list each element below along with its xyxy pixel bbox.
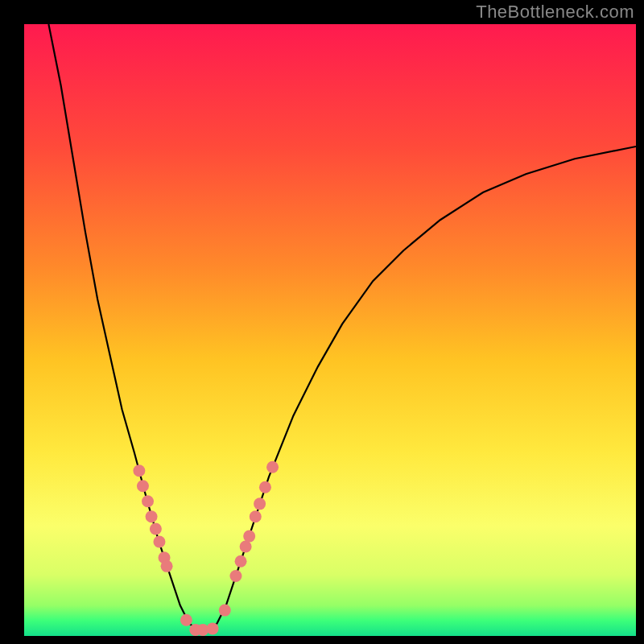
chart-stage: TheBottleneck.com	[0, 0, 644, 644]
dot-marker	[240, 541, 252, 553]
dot-marker	[161, 560, 173, 572]
chart-svg	[0, 0, 644, 644]
dot-marker	[243, 530, 255, 543]
dot-marker	[180, 614, 192, 626]
dot-marker	[146, 510, 158, 522]
dot-marker	[137, 480, 149, 492]
dot-marker	[207, 622, 219, 634]
dot-marker	[142, 495, 154, 507]
dot-marker	[133, 464, 145, 477]
dot-marker	[153, 535, 165, 547]
dot-marker	[254, 497, 266, 510]
dot-marker	[229, 570, 242, 582]
dot-marker	[266, 461, 279, 473]
dot-marker	[250, 510, 262, 522]
dot-marker	[259, 481, 271, 493]
dot-marker	[150, 523, 162, 535]
gradient-background	[24, 24, 636, 636]
dot-marker	[235, 555, 247, 568]
dot-marker	[219, 605, 231, 617]
watermark-text: TheBottleneck.com	[476, 2, 634, 23]
